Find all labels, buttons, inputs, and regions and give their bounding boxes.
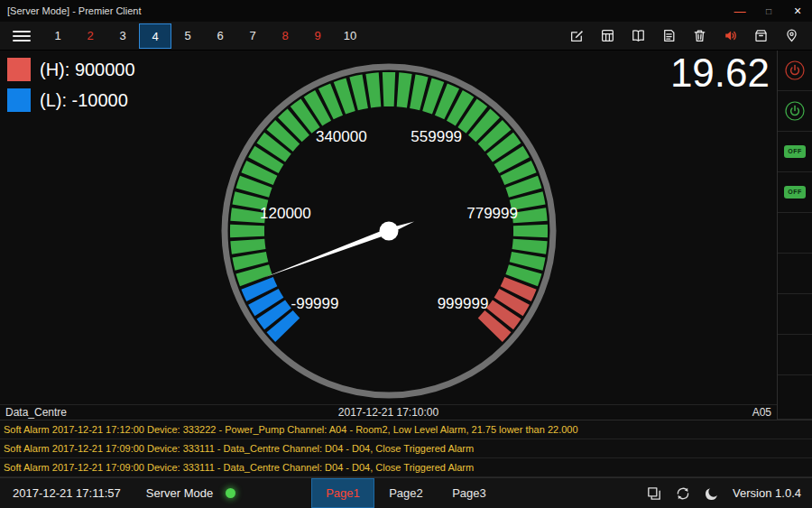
gauge-segment <box>339 95 350 98</box>
gauge-tick-label: 120000 <box>260 205 311 222</box>
gauge-segment <box>509 297 515 307</box>
grid-icon[interactable] <box>600 28 615 43</box>
gauge-segment <box>271 143 278 152</box>
speaker-icon[interactable] <box>723 28 738 43</box>
gauge-segment <box>253 181 256 192</box>
book-icon[interactable] <box>631 28 646 43</box>
off-toggle-icon: OFF <box>784 145 806 158</box>
tab-page1[interactable]: Page1 <box>311 478 374 508</box>
status-mode-label: Server Mode <box>146 486 213 500</box>
side-cell-empty <box>778 294 812 335</box>
side-cell-empty <box>778 254 812 294</box>
gauge-segment <box>467 113 476 120</box>
page-button-8[interactable]: 8 <box>269 23 301 49</box>
gauge-segment <box>326 99 337 104</box>
status-datetime: 2017-12-21 17:11:57 <box>13 486 121 500</box>
gauge-segment <box>247 240 248 252</box>
page-button-5[interactable]: 5 <box>171 23 204 49</box>
edit-icon[interactable] <box>569 28 585 43</box>
page-button-6[interactable]: 6 <box>204 23 236 49</box>
side-button-toggle-off-2[interactable]: OFF <box>778 172 812 213</box>
page-button-10[interactable]: 10 <box>334 23 366 49</box>
gauge-tick-label: 779999 <box>466 205 518 222</box>
gauge-segment <box>398 89 410 90</box>
gauge-segment <box>249 196 252 208</box>
power-icon <box>784 100 806 122</box>
gauge-segment <box>455 106 465 112</box>
side-cell-empty <box>778 213 812 254</box>
theme-icon[interactable] <box>704 485 720 502</box>
page-button-9[interactable]: 9 <box>301 23 334 49</box>
alarm-row[interactable]: Soft Alarm 2017-12-21 17:09:00 Device: 3… <box>0 439 812 458</box>
gauge-segment <box>263 297 270 307</box>
maximize-button[interactable]: □ <box>754 0 783 22</box>
toolbar-icons <box>569 28 803 43</box>
gauge-tick-label: 999999 <box>438 295 489 312</box>
gauge-segment <box>354 91 365 94</box>
sync-icon[interactable] <box>675 485 691 502</box>
side-button-power-green[interactable] <box>778 91 812 132</box>
note-icon[interactable] <box>661 28 677 43</box>
gauge-segment <box>249 254 252 266</box>
minimize-button[interactable]: — <box>725 0 754 22</box>
page-button-2[interactable]: 2 <box>74 23 106 49</box>
gauge-timestamp: 2017-12-21 17:10:00 <box>0 406 777 419</box>
legend-label: (L): -10000 <box>40 90 128 111</box>
gauge-segment <box>313 106 323 112</box>
legend-item: (H): 900000 <box>7 58 135 81</box>
page-button-3[interactable]: 3 <box>106 23 139 49</box>
menu-icon[interactable] <box>13 31 31 42</box>
gauge-segment <box>516 283 521 294</box>
gauge-segment <box>280 132 288 141</box>
page-button-1[interactable]: 1 <box>42 23 74 49</box>
gauge-segment <box>509 155 515 165</box>
titlebar: [Server Mode] - Premier Client — □ × <box>0 0 812 22</box>
status-icons <box>646 485 720 502</box>
tab-page2[interactable]: Page2 <box>374 478 438 508</box>
gauge-segment <box>368 89 380 90</box>
window-title: [Server Mode] - Premier Client <box>7 5 142 16</box>
side-button-toggle-off-1[interactable]: OFF <box>778 132 812 172</box>
legend-swatch <box>7 58 31 81</box>
alarm-row[interactable]: Soft Alarm 2017-12-21 17:09:00 Device: 3… <box>0 458 812 477</box>
app-window: [Server Mode] - Premier Client — □ × 123… <box>0 0 812 508</box>
gauge-segment <box>412 91 424 94</box>
page-button-7[interactable]: 7 <box>236 23 269 49</box>
trash-icon[interactable] <box>692 28 707 43</box>
gauge-segment <box>257 283 262 294</box>
gauge-segment <box>257 168 262 179</box>
gauge: -99999120000340000559999779999999999 <box>216 58 562 404</box>
gauge-segment <box>521 269 525 280</box>
toolbar: 12345678910 <box>0 22 812 51</box>
side-button-power-red[interactable] <box>778 51 812 91</box>
gauge-segment <box>516 168 521 179</box>
gauge-segment <box>526 254 529 266</box>
side-panel: OFFOFF <box>778 51 812 420</box>
content: (H): 900000(L): -10000 19.62 -9999912000… <box>0 51 812 420</box>
gauge-segment <box>500 143 507 152</box>
page-buttons: 12345678910 <box>42 23 366 49</box>
gauge-segment <box>441 99 452 104</box>
close-button[interactable]: × <box>783 0 812 22</box>
tab-page3[interactable]: Page3 <box>438 478 501 508</box>
gauge-segment <box>500 309 507 319</box>
legend-swatch <box>7 88 31 112</box>
version-label: Version 1.0.4 <box>733 486 801 500</box>
alarm-list: Soft Alarm 2017-12-21 17:12:00 Device: 3… <box>0 420 812 477</box>
gauge-segment <box>253 269 256 280</box>
archive-icon[interactable] <box>753 28 769 43</box>
pages-icon[interactable] <box>646 485 662 502</box>
location-icon[interactable] <box>784 28 799 43</box>
gauge-segment <box>490 321 498 330</box>
gauge-segment <box>529 240 530 252</box>
gauge-segment <box>529 210 530 222</box>
statusbar: 2017-12-21 17:11:57 Server Mode Page1Pag… <box>0 477 812 508</box>
legend-label: (H): 900000 <box>40 60 135 80</box>
page-button-4[interactable]: 4 <box>139 23 171 49</box>
gauge-segment <box>263 155 270 165</box>
gauge-segment <box>427 95 438 98</box>
gauge-footer: Data_Centre 2017-12-21 17:10:00 A05 <box>0 404 777 420</box>
page-tabs: Page1Page2Page3 <box>311 478 501 508</box>
gauge-tick-label: 340000 <box>316 128 367 145</box>
alarm-row[interactable]: Soft Alarm 2017-12-21 17:12:00 Device: 3… <box>0 420 812 439</box>
